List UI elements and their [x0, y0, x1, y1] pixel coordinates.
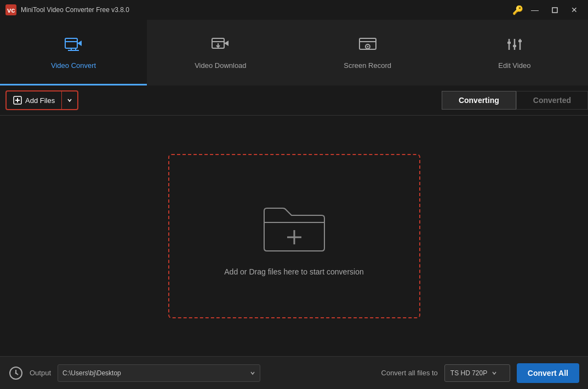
- chevron-down-icon: [67, 98, 72, 103]
- drop-zone-text: Add or Drag files here to start conversi…: [224, 267, 363, 276]
- nav-label-edit-video: Edit Video: [498, 61, 530, 70]
- video-convert-icon: [64, 35, 83, 57]
- video-download-icon: [210, 35, 230, 57]
- svg-rect-22: [518, 40, 522, 42]
- convert-all-label: Convert all files to: [381, 369, 438, 377]
- app-logo: vc: [5, 4, 16, 15]
- nav-label-video-download: Video Download: [195, 61, 246, 70]
- nav-item-video-convert[interactable]: Video Convert: [0, 20, 147, 85]
- title-left: vc MiniTool Video Converter Free v3.8.0: [5, 4, 129, 15]
- nav-item-screen-record[interactable]: Screen Record: [294, 20, 441, 85]
- output-path-value: C:\Users\bj\Desktop: [62, 369, 121, 377]
- folder-icon: [259, 196, 330, 256]
- tab-area: Converting Converted: [442, 91, 588, 110]
- svg-point-32: [15, 372, 17, 374]
- svg-marker-10: [224, 41, 229, 46]
- output-path-select[interactable]: C:\Users\bj\Desktop: [58, 364, 260, 382]
- toolbar: Add Files Converting Converted: [0, 85, 588, 116]
- svg-point-16: [367, 45, 368, 47]
- nav-label-video-convert: Video Convert: [51, 61, 96, 70]
- svg-rect-20: [507, 42, 511, 44]
- format-select[interactable]: TS HD 720P: [444, 364, 510, 382]
- nav-item-video-download[interactable]: Video Download: [147, 20, 294, 85]
- footer: Output C:\Users\bj\Desktop Convert all f…: [0, 356, 588, 389]
- title-controls: 🔑 — ✕: [512, 4, 583, 16]
- close-button[interactable]: ✕: [566, 4, 583, 16]
- screen-record-icon: [358, 35, 378, 57]
- maximize-button[interactable]: [546, 4, 563, 16]
- svg-rect-21: [513, 45, 516, 47]
- output-path-chevron-icon: [250, 370, 255, 376]
- add-files-main[interactable]: Add Files: [7, 91, 62, 109]
- clock-icon: [9, 366, 23, 380]
- svg-rect-2: [552, 8, 557, 13]
- format-chevron-icon: [492, 370, 497, 376]
- drop-zone[interactable]: Add or Drag files here to start conversi…: [168, 154, 420, 318]
- add-files-button[interactable]: Add Files: [5, 90, 78, 110]
- add-files-dropdown-arrow[interactable]: [62, 91, 77, 109]
- title-bar: vc MiniTool Video Converter Free v3.8.0 …: [0, 0, 588, 20]
- svg-text:vc: vc: [7, 6, 15, 14]
- minimize-button[interactable]: —: [527, 4, 543, 16]
- svg-marker-4: [77, 41, 82, 46]
- nav-bar: Video Convert Video Download Screen Reco…: [0, 20, 588, 85]
- tab-converted[interactable]: Converted: [516, 91, 588, 110]
- format-value: TS HD 720P: [450, 369, 487, 377]
- svg-rect-3: [65, 38, 77, 48]
- nav-item-edit-video[interactable]: Edit Video: [441, 20, 588, 85]
- convert-all-button[interactable]: Convert All: [517, 363, 579, 383]
- add-files-icon: [13, 96, 22, 105]
- main-content: Add or Drag files here to start conversi…: [0, 116, 588, 356]
- key-icon[interactable]: 🔑: [512, 5, 523, 15]
- tab-converting[interactable]: Converting: [442, 91, 516, 110]
- edit-video-icon: [505, 35, 524, 57]
- app-title: MiniTool Video Converter Free v3.8.0: [21, 6, 129, 14]
- maximize-icon: [552, 7, 558, 13]
- add-files-label: Add Files: [25, 96, 55, 105]
- output-label: Output: [30, 369, 51, 377]
- nav-label-screen-record: Screen Record: [344, 61, 391, 70]
